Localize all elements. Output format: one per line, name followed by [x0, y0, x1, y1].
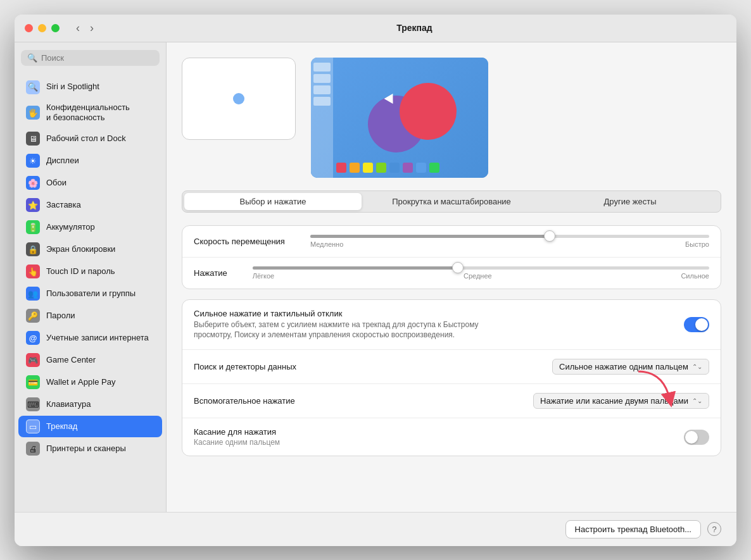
tab-other-gestures[interactable]: Другие жесты [541, 193, 719, 210]
search-bar[interactable]: 🔍 [21, 50, 160, 66]
passwords-icon: 🔑 [26, 309, 40, 323]
click-slider-wrapper [253, 266, 709, 270]
demo-sidebar-item [313, 74, 331, 83]
tab-point-click[interactable]: Выбор и нажатие [184, 193, 362, 210]
demo-sidebar [311, 58, 333, 178]
demo-circle-red [400, 83, 457, 140]
sidebar-item-privacy[interactable]: 🖐 Конфиденциальностьи безопасность [18, 99, 162, 128]
tap-click-text: Касание для нажатия Касание одним пальце… [194, 427, 280, 447]
sidebar-item-battery[interactable]: 🔋 Аккумулятор [18, 216, 162, 238]
sidebar-item-screensaver[interactable]: ⭐ Заставка [18, 194, 162, 216]
color-dots-row [336, 163, 439, 173]
sidebar-item-touchid[interactable]: 👆 Touch ID и пароль [18, 261, 162, 282]
help-button[interactable]: ? [707, 522, 721, 536]
touchid-icon: 👆 [26, 264, 40, 278]
force-touch-toggle[interactable] [684, 317, 709, 332]
displays-icon: ☀ [26, 154, 40, 168]
sidebar-label-lock: Экран блокировки [46, 244, 115, 255]
trackpad-preview-dot [233, 93, 244, 104]
tracking-speed-thumb[interactable] [544, 230, 555, 242]
sidebar-item-trackpad[interactable]: ▭ Трекпад [18, 416, 162, 437]
click-right-label: Сильное [681, 272, 709, 280]
tap-click-toggle-wrapper [684, 430, 709, 445]
minimize-button[interactable] [38, 24, 46, 32]
window-title: Трекпад [103, 23, 726, 33]
battery-icon: 🔋 [26, 220, 40, 234]
sidebar-label-touchid: Touch ID и пароль [46, 266, 115, 277]
back-button[interactable]: ‹ [72, 20, 84, 36]
color-dot [350, 163, 360, 173]
click-thumb[interactable] [452, 262, 464, 273]
tracking-speed-right-label: Быстро [685, 240, 709, 248]
tap-click-label: Касание для нажатия [194, 427, 280, 437]
sidebar-item-desktop[interactable]: 🖥 Рабочий стол и Dock [18, 128, 162, 149]
lookup-row: Поиск и детекторы данных Сильное нажатие… [182, 350, 721, 384]
sidebar-item-users[interactable]: 👥 Пользователи и группы [18, 283, 162, 304]
click-fill [253, 266, 458, 270]
trackpad-preview [182, 58, 296, 140]
color-dot [403, 163, 413, 173]
preview-area [182, 58, 721, 178]
tap-click-toggle-knob [685, 431, 698, 444]
force-touch-label: Сильное нажатие и тактильный отклик [194, 309, 498, 318]
force-touch-toggle-knob [695, 318, 708, 331]
tab-scroll-zoom[interactable]: Прокрутка и масштабирование [363, 193, 540, 210]
sidebar-label-users: Пользователи и группы [46, 289, 136, 299]
desktop-icon: 🖥 [26, 132, 40, 146]
tracking-speed-slider-container: Медленно Быстро [310, 235, 709, 248]
bluetooth-button[interactable]: Настроить трекпад Bluetooth... [565, 520, 701, 538]
sidebar-label-trackpad: Трекпад [46, 421, 77, 432]
sidebar-label-desktop: Рабочий стол и Dock [46, 134, 126, 144]
sidebar-item-passwords[interactable]: 🔑 Пароли [18, 305, 162, 327]
tracking-speed-track [310, 235, 709, 238]
lookup-chevron-icon: ⌃⌄ [692, 363, 702, 370]
tap-click-toggle[interactable] [684, 430, 709, 445]
tracking-speed-section: Скорость перемещения Медленно Быстро [182, 225, 721, 289]
nav-arrows: ‹ › [72, 20, 98, 36]
secondary-click-chevron-icon: ⌃⌄ [692, 397, 702, 404]
sidebar-item-printers[interactable]: 🖨 Принтеры и сканеры [18, 438, 162, 459]
siri-icon: 🔍 [26, 80, 40, 94]
search-input[interactable] [41, 53, 153, 63]
sidebar-item-displays[interactable]: ☀ Дисплеи [18, 150, 162, 171]
wallpaper-icon: 🌸 [26, 176, 40, 190]
privacy-icon: 🖐 [26, 106, 40, 120]
click-slider-container: Лёгкое Среднее Сильное [253, 266, 709, 280]
click-left-label: Лёгкое [253, 272, 275, 280]
sidebar-item-wallet[interactable]: 💳 Wallet и Apple Pay [18, 371, 162, 393]
forward-button[interactable]: › [86, 20, 98, 36]
tracking-speed-label: Скорость перемещения [194, 237, 285, 246]
sidebar-item-lock[interactable]: 🔒 Экран блокировки [18, 239, 162, 260]
sidebar-item-gamecenter[interactable]: 🎮 Game Center [18, 349, 162, 371]
tracking-speed-fill [310, 235, 550, 238]
close-button[interactable] [25, 24, 33, 32]
screensaver-icon: ⭐ [26, 198, 40, 212]
titlebar: ‹ › Трекпад [15, 15, 736, 42]
color-dot [429, 163, 439, 173]
maximize-button[interactable] [51, 24, 60, 32]
internet-icon: @ [26, 331, 40, 345]
trackpad-icon: ▭ [26, 420, 40, 433]
sidebar-item-wallpaper[interactable]: 🌸 Обои [18, 172, 162, 194]
sidebar-list: 🔍 Siri и Spotlight 🖐 Конфиденциальностьи… [15, 73, 166, 512]
users-icon: 👥 [26, 287, 40, 301]
demo-circles [362, 77, 463, 159]
secondary-click-value: Нажатие или касание двумя пальцами [540, 396, 688, 406]
search-icon: 🔍 [27, 53, 37, 63]
sidebar-item-internet[interactable]: @ Учетные записи интернета [18, 327, 162, 349]
gamecenter-icon: 🎮 [26, 353, 40, 367]
sidebar-item-keyboard[interactable]: ⌨ Клавиатура [18, 394, 162, 415]
lookup-select[interactable]: Сильное нажатие одним пальцем ⌃⌄ [552, 359, 709, 375]
sidebar-item-siri[interactable]: 🔍 Siri и Spotlight [18, 77, 162, 98]
tracking-speed-left-label: Медленно [310, 240, 343, 248]
tracking-speed-row: Скорость перемещения Медленно Быстро [182, 226, 721, 258]
click-label: Нажатие [194, 268, 227, 278]
lock-icon: 🔒 [26, 242, 40, 256]
sidebar-label-battery: Аккумулятор [46, 222, 95, 233]
tabs-row: Выбор и нажатие Прокрутка и масштабирова… [182, 190, 721, 213]
sidebar-label-siri: Siri и Spotlight [46, 82, 99, 92]
sidebar-label-wallpaper: Обои [46, 178, 66, 189]
tracking-speed-labels: Медленно Быстро [310, 240, 709, 248]
sidebar-label-keyboard: Клавиатура [46, 399, 91, 410]
secondary-click-select[interactable]: Нажатие или касание двумя пальцами ⌃⌄ [533, 393, 709, 409]
